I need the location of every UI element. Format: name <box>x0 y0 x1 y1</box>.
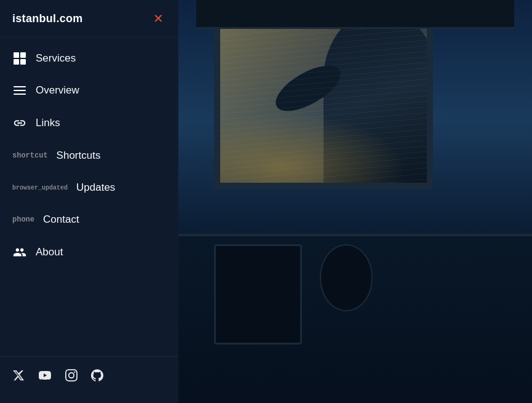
sidebar-nav: Services Overview Links shortcut <box>0 38 178 356</box>
services-label: Services <box>36 52 76 65</box>
github-link[interactable] <box>91 369 103 385</box>
site-title: istanbul.com <box>12 12 83 25</box>
browser-updated-icon: browser_updated <box>12 185 68 191</box>
sidebar-header: istanbul.com ✕ <box>0 0 178 38</box>
shortcut-icon: shortcut <box>12 151 48 160</box>
sidebar: istanbul.com ✕ Services Overview <box>0 0 178 403</box>
sidebar-item-overview[interactable]: Overview <box>0 74 178 106</box>
close-button[interactable]: ✕ <box>151 11 166 26</box>
social-bar <box>0 356 178 403</box>
sidebar-item-services[interactable]: Services <box>0 42 178 74</box>
about-label: About <box>36 246 63 258</box>
twitter-link[interactable] <box>12 369 25 385</box>
links-label: Links <box>36 117 60 129</box>
hamburger-icon <box>12 86 27 95</box>
people-icon <box>12 245 27 259</box>
youtube-icon <box>38 369 52 381</box>
phone-icon-text: phone <box>12 215 34 224</box>
instagram-icon <box>65 369 77 381</box>
sidebar-item-updates[interactable]: browser_updated Updates <box>0 172 178 204</box>
twitter-icon <box>12 369 25 381</box>
grid-icon <box>12 52 27 65</box>
sidebar-item-contact[interactable]: phone Contact <box>0 204 178 236</box>
contact-label: Contact <box>43 213 79 226</box>
sidebar-item-shortcuts[interactable]: shortcut Shortcuts <box>0 140 178 172</box>
sidebar-item-links[interactable]: Links <box>0 106 178 140</box>
phone-icon: phone <box>12 215 34 224</box>
background-image <box>178 0 532 403</box>
github-icon <box>91 369 103 381</box>
updates-label: Updates <box>76 182 115 194</box>
browser-updated-icon-text: browser_updated <box>12 185 68 191</box>
youtube-link[interactable] <box>38 369 52 385</box>
shortcut-icon-text: shortcut <box>12 151 48 160</box>
link-icon <box>12 116 27 130</box>
shortcuts-label: Shortcuts <box>57 150 101 162</box>
truck-scene <box>178 0 532 403</box>
instagram-link[interactable] <box>65 369 77 385</box>
overview-label: Overview <box>36 84 79 97</box>
sidebar-item-about[interactable]: About <box>0 236 178 269</box>
